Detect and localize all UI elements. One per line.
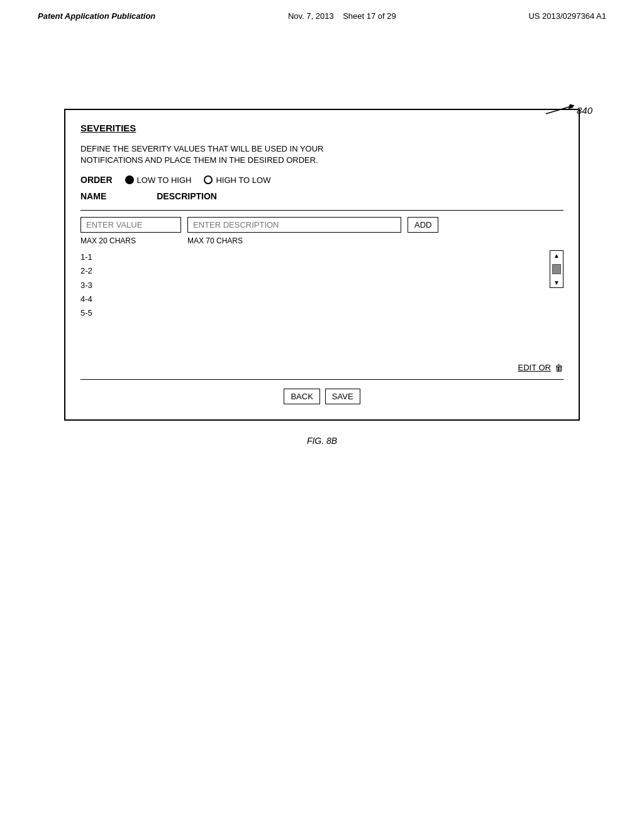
- dialog-description: DEFINE THE SEVERITY VALUES THAT WILL BE …: [80, 143, 564, 166]
- date-label: Nov. 7, 2013 Sheet 17 of 29: [288, 11, 396, 21]
- enter-value-input[interactable]: [80, 217, 181, 233]
- list-item: 2-2: [80, 264, 543, 278]
- enter-description-input[interactable]: [187, 217, 401, 233]
- column-headers: NAME DESCRIPTION: [80, 191, 564, 201]
- list-item: 4-4: [80, 292, 543, 306]
- edit-link[interactable]: EDIT OR: [518, 363, 552, 372]
- save-button[interactable]: SAVE: [325, 389, 360, 404]
- radio-filled-icon: [125, 175, 134, 184]
- scroll-thumb[interactable]: [552, 264, 561, 274]
- radio-empty-icon: [204, 175, 213, 184]
- radio-high-to-low[interactable]: HIGH TO LOW: [204, 175, 270, 185]
- order-label: ORDER: [80, 175, 113, 185]
- list-items: 1-1 2-2 3-3 4-4 5-5: [80, 250, 543, 319]
- order-row: ORDER LOW TO HIGH HIGH TO LOW: [80, 175, 564, 185]
- svg-line-0: [546, 106, 571, 114]
- input-row: ADD: [80, 217, 564, 233]
- radio-high-to-low-label: HIGH TO LOW: [216, 175, 270, 185]
- page-header: Patent Application Publication Nov. 7, 2…: [0, 0, 644, 27]
- trash-icon[interactable]: 🗑: [555, 363, 564, 373]
- max-chars-value-label: MAX 20 CHARS: [80, 236, 181, 245]
- callout-label: 840: [540, 102, 592, 118]
- add-button[interactable]: ADD: [408, 217, 438, 233]
- bottom-divider: [80, 379, 564, 380]
- list-item: 3-3: [80, 279, 543, 292]
- scroll-up-icon[interactable]: ▲: [553, 252, 560, 259]
- dialog-title: SEVERITIES: [80, 123, 564, 133]
- scrollbar[interactable]: ▲ ▼: [550, 250, 564, 288]
- col-description-header: DESCRIPTION: [157, 191, 217, 201]
- top-divider: [80, 210, 564, 211]
- severities-dialog: SEVERITIES DEFINE THE SEVERITY VALUES TH…: [64, 109, 580, 421]
- edit-or-row: EDIT OR 🗑: [80, 363, 564, 373]
- max-chars-row: MAX 20 CHARS MAX 70 CHARS: [80, 236, 564, 245]
- radio-low-to-high-label: LOW TO HIGH: [137, 175, 192, 185]
- bottom-buttons: BACK SAVE: [80, 389, 564, 404]
- list-area: 1-1 2-2 3-3 4-4 5-5 ▲ ▼: [80, 250, 564, 319]
- publication-label: Patent Application Publication: [38, 11, 155, 21]
- back-button[interactable]: BACK: [284, 389, 319, 404]
- figure-caption: FIG. 8B: [64, 436, 580, 446]
- col-name-header: NAME: [80, 191, 106, 201]
- list-spacer: [80, 325, 564, 363]
- list-item: 1-1: [80, 250, 543, 264]
- radio-low-to-high[interactable]: LOW TO HIGH: [125, 175, 192, 185]
- scroll-down-icon[interactable]: ▼: [553, 279, 560, 286]
- main-content: 840 SEVERITIES DEFINE THE SEVERITY VALUE…: [0, 27, 644, 446]
- patent-number-label: US 2013/0297364 A1: [528, 11, 606, 21]
- list-item: 5-5: [80, 306, 543, 320]
- figure-container: 840 SEVERITIES DEFINE THE SEVERITY VALUE…: [64, 109, 580, 446]
- max-chars-desc-label: MAX 70 CHARS: [187, 236, 401, 245]
